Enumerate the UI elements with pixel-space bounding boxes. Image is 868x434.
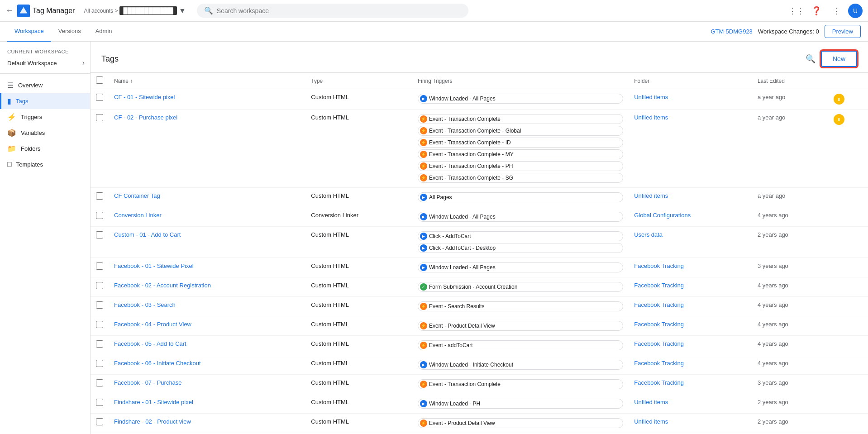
tag-name-link[interactable]: Facebook - 07 - Purchase: [114, 379, 182, 386]
sidebar-item-overview[interactable]: ☰ Overview: [0, 77, 90, 93]
tag-name-cell: Facebook - 07 - Purchase: [109, 375, 305, 394]
account-dropdown-icon[interactable]: ▼: [179, 7, 186, 15]
tag-name-link[interactable]: CF Container Tag: [114, 192, 160, 199]
tag-folder-link[interactable]: Facebook Tracking: [634, 360, 684, 367]
back-button[interactable]: ←: [5, 6, 14, 15]
trigger-chip[interactable]: ▶All Pages: [418, 192, 623, 202]
trigger-chip[interactable]: ⚡Event - Product Detail View: [418, 418, 623, 428]
trigger-chip[interactable]: ⚡Event - Product Detail View: [418, 321, 623, 331]
row-checkbox[interactable]: [96, 340, 103, 348]
tag-folder-link[interactable]: Global Configurations: [634, 212, 691, 219]
tag-folder-link[interactable]: Users data: [634, 231, 663, 238]
tag-name-link[interactable]: Facebook - 05 - Add to Cart: [114, 340, 186, 347]
tag-type-cell: Custom HTML: [305, 414, 412, 433]
tag-folder-link[interactable]: Unfiled items: [634, 399, 668, 405]
tag-name-link[interactable]: Findshare - 01 - Sitewide pixel: [114, 399, 193, 405]
select-all-checkbox[interactable]: [96, 76, 103, 84]
row-checkbox[interactable]: [96, 379, 103, 386]
tag-triggers-cell: ▶All Pages: [412, 188, 629, 207]
trigger-chip[interactable]: ▶Window Loaded - All Pages: [418, 94, 623, 104]
row-checkbox[interactable]: [96, 212, 103, 219]
trigger-chip[interactable]: ⚡Event - addToCart: [418, 340, 623, 350]
tag-name-link[interactable]: Findshare - 02 - Product view: [114, 418, 191, 425]
account-selector[interactable]: All accounts > ████████████ ▼: [84, 6, 186, 15]
tag-name-link[interactable]: Custom - 01 - Add to Cart: [114, 231, 181, 238]
tab-versions[interactable]: Versions: [51, 22, 88, 42]
row-checkbox[interactable]: [96, 399, 103, 406]
tag-name-link[interactable]: Facebook - 02 - Account Registration: [114, 282, 211, 289]
trigger-chip[interactable]: ▶Click - AddToCart: [418, 231, 623, 241]
trigger-chip[interactable]: ▶Window Loaded - Initiate Checkout: [418, 360, 623, 370]
avatar[interactable]: U: [848, 4, 863, 18]
trigger-chip[interactable]: ▶Window Loaded - All Pages: [418, 262, 623, 272]
trigger-chip[interactable]: ⚡Event - Transaction Complete - Global: [418, 126, 623, 136]
search-input[interactable]: [217, 7, 461, 14]
tag-name-cell: Facebook - 02 - Account Registration: [109, 277, 305, 297]
tag-name-link[interactable]: CF - 01 - Sitewide pixel: [114, 94, 175, 100]
row-checkbox[interactable]: [96, 262, 103, 270]
gtm-id[interactable]: GTM-5DMG923: [711, 28, 752, 35]
trigger-chip[interactable]: ⚡Event - Transaction Complete - SG: [418, 173, 623, 183]
row-checkbox[interactable]: [96, 418, 103, 425]
trigger-chip[interactable]: ⚡Event - Search Results: [418, 301, 623, 311]
tag-status-cell: [828, 297, 868, 316]
sidebar-item-triggers[interactable]: ⚡ Triggers: [0, 109, 90, 125]
row-checkbox[interactable]: [96, 321, 103, 328]
trigger-chip[interactable]: ▶Window Loaded - PH: [418, 399, 623, 409]
tab-workspace[interactable]: Workspace: [7, 22, 51, 42]
trigger-chip[interactable]: ▶Window Loaded - All Pages: [418, 212, 623, 222]
tag-name-cell: Findshare - 01 - Sitewide pixel: [109, 394, 305, 414]
trigger-chip[interactable]: ⚡Event - Transaction Complete: [418, 379, 623, 389]
row-checkbox[interactable]: [96, 231, 103, 238]
trigger-chip[interactable]: ⚡Event - Transaction Complete - ID: [418, 138, 623, 148]
tag-folder-link[interactable]: Facebook Tracking: [634, 262, 684, 269]
tag-name-link[interactable]: Conversion Linker: [114, 212, 162, 219]
row-checkbox[interactable]: [96, 94, 103, 101]
sidebar-item-folders[interactable]: 📁 Folders: [0, 141, 90, 157]
table-row: Facebook - 03 - SearchCustom HTML⚡Event …: [91, 297, 868, 316]
tag-folder-link[interactable]: Facebook Tracking: [634, 379, 684, 386]
tag-folder-link[interactable]: Facebook Tracking: [634, 301, 684, 308]
overview-icon: ☰: [7, 81, 14, 90]
trigger-chip[interactable]: ▶Click - AddToCart - Desktop: [418, 243, 623, 253]
trigger-chip[interactable]: ⚡Event - Transaction Complete - MY: [418, 149, 623, 159]
sidebar-item-tags[interactable]: ▮ Tags: [0, 93, 90, 109]
table-row: Facebook - 04 - Product ViewCustom HTML⚡…: [91, 316, 868, 336]
row-checkbox[interactable]: [96, 114, 103, 121]
trigger-chip[interactable]: ⚡Event - Transaction Complete: [418, 114, 623, 124]
nav-tabs: Workspace Versions Admin GTM-5DMG923 Wor…: [0, 22, 868, 42]
trigger-label: Event - Search Results: [429, 303, 485, 310]
row-checkbox[interactable]: [96, 301, 103, 309]
row-checkbox-cell: [91, 258, 109, 277]
tag-folder-link[interactable]: Unfiled items: [634, 418, 668, 425]
tag-folder-link[interactable]: Facebook Tracking: [634, 340, 684, 347]
sidebar-item-variables[interactable]: 📦 Variables: [0, 125, 90, 141]
sidebar-item-templates[interactable]: □ Templates: [0, 157, 90, 172]
search-bar[interactable]: 🔍: [197, 4, 468, 18]
tag-name-link[interactable]: Facebook - 03 - Search: [114, 301, 176, 308]
tag-name-link[interactable]: Facebook - 04 - Product View: [114, 321, 191, 328]
tag-name-link[interactable]: CF - 02 - Purchase pixel: [114, 114, 177, 121]
row-checkbox[interactable]: [96, 360, 103, 367]
new-tag-button[interactable]: New: [821, 51, 857, 67]
row-checkbox[interactable]: [96, 282, 103, 289]
tag-name-link[interactable]: Facebook - 06 - Initiate Checkout: [114, 360, 201, 367]
more-vert-icon[interactable]: ⋮: [828, 3, 844, 19]
row-checkbox[interactable]: [96, 192, 103, 200]
tag-name-link[interactable]: Facebook - 01 - Sitewide Pixel: [114, 262, 194, 269]
trigger-chip[interactable]: ✓Form Submission - Account Creation: [418, 282, 623, 292]
tag-folder-link[interactable]: Unfiled items: [634, 94, 668, 100]
table-search-button[interactable]: 🔍: [806, 54, 816, 64]
tag-last-edited-cell: 4 years ago: [752, 277, 828, 297]
preview-button[interactable]: Preview: [825, 25, 861, 38]
tag-folder-link[interactable]: Facebook Tracking: [634, 321, 684, 328]
tag-type-cell: Custom HTML: [305, 336, 412, 355]
trigger-chip[interactable]: ⚡Event - Transaction Complete - PH: [418, 161, 623, 171]
tag-folder-link[interactable]: Facebook Tracking: [634, 282, 684, 289]
workspace-selector[interactable]: Default Workspace ›: [0, 56, 90, 70]
help-icon[interactable]: ❓: [808, 3, 825, 19]
tag-folder-link[interactable]: Unfiled items: [634, 114, 668, 121]
tag-folder-link[interactable]: Unfiled items: [634, 192, 668, 199]
apps-icon[interactable]: ⋮⋮: [788, 3, 805, 19]
tab-admin[interactable]: Admin: [88, 22, 119, 42]
